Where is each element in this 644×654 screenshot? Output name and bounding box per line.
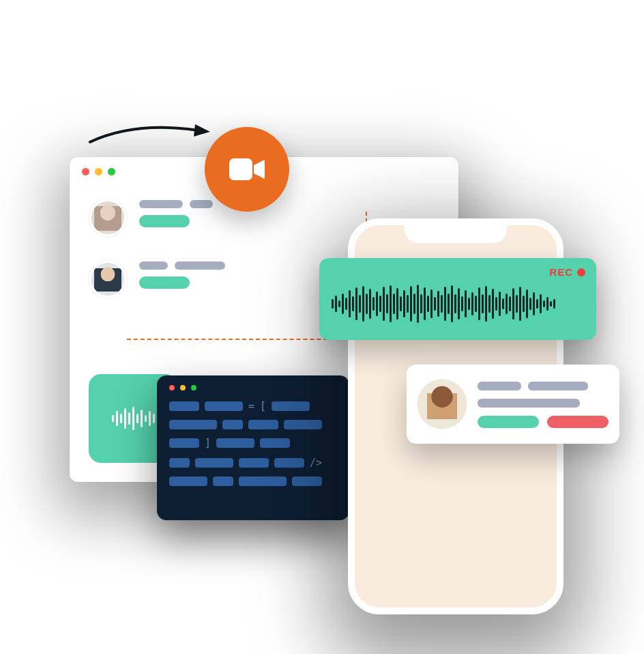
svg-rect-10 — [153, 414, 155, 423]
svg-rect-4 — [128, 412, 130, 425]
placeholder-bar — [478, 382, 521, 390]
svg-rect-3 — [124, 408, 126, 429]
svg-rect-7 — [141, 410, 143, 427]
recording-label: REC — [549, 266, 573, 278]
maximize-icon[interactable] — [108, 168, 115, 175]
avatar — [89, 260, 127, 298]
minimize-icon[interactable] — [95, 168, 102, 175]
code-line — [169, 477, 337, 486]
svg-rect-11 — [229, 158, 252, 180]
window-traffic-lights — [169, 385, 337, 390]
maximize-icon[interactable] — [191, 385, 196, 390]
record-icon — [577, 268, 585, 276]
svg-rect-0 — [112, 415, 114, 422]
contact-meta — [139, 199, 213, 227]
contact-meta — [478, 380, 609, 428]
decline-button[interactable] — [547, 416, 609, 428]
svg-rect-2 — [120, 414, 122, 423]
placeholder-bar — [175, 261, 225, 270]
placeholder-bar — [190, 200, 213, 208]
placeholder-bar — [139, 200, 183, 208]
recording-card[interactable]: REC — [319, 258, 596, 340]
code-line: /> — [169, 457, 337, 469]
status-badge — [139, 215, 190, 227]
placeholder-bar — [139, 261, 168, 270]
svg-rect-9 — [149, 411, 151, 426]
svg-rect-5 — [132, 407, 134, 430]
svg-rect-1 — [116, 411, 118, 426]
code-line: =[ — [169, 400, 337, 412]
waveform-icon — [330, 281, 585, 327]
accept-button[interactable] — [478, 416, 539, 428]
recording-indicator: REC — [330, 266, 585, 278]
svg-rect-8 — [145, 415, 147, 422]
close-icon[interactable] — [82, 168, 89, 175]
status-badge — [139, 276, 190, 289]
close-icon[interactable] — [169, 385, 175, 390]
code-window: =[ ] /> — [157, 375, 349, 520]
arrow-right-icon — [87, 122, 214, 149]
placeholder-bar — [528, 382, 588, 390]
code-line: ] — [169, 437, 337, 449]
code-line — [169, 420, 337, 429]
waveform-icon — [109, 403, 157, 434]
svg-rect-6 — [136, 414, 138, 423]
video-camera-icon — [226, 154, 267, 184]
placeholder-bar — [478, 399, 580, 408]
avatar — [418, 380, 467, 429]
contact-card[interactable] — [407, 365, 619, 444]
video-button[interactable] — [205, 127, 289, 212]
phone-notch — [405, 224, 507, 243]
contact-meta — [139, 260, 225, 289]
minimize-icon[interactable] — [180, 385, 186, 390]
avatar — [89, 199, 127, 237]
